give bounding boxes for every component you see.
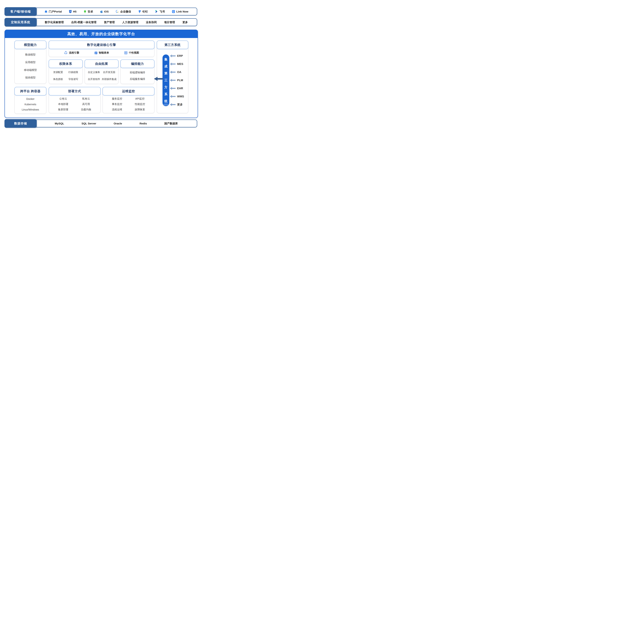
deployment-group: 部署方式 公有云 私有云 本地部署 高可用 集群部署 负载均衡 — [49, 87, 101, 113]
list-item: 前端逻辑编排 — [130, 71, 145, 74]
list-item: 资源配置 — [53, 71, 63, 74]
list-item: 角色授权 — [53, 78, 63, 81]
linknow-icon — [172, 10, 175, 13]
custom-apps-bar: 定制应用系统 数字化采购管理 合同-档案一体化管理 资产管理 人力资源管理 业务… — [5, 18, 197, 27]
feature-label: 智能表单 — [99, 51, 109, 54]
storage-item: MySQL — [55, 122, 64, 125]
left-arrow-icon — [170, 63, 176, 65]
list-item: 应用模型 — [25, 61, 36, 64]
feature-custom-view: 个性视图 — [124, 51, 139, 54]
cross-platform-title: 跨平台 跨容器 — [14, 87, 46, 95]
list-item: 数据模型 — [25, 53, 36, 56]
pill-char: 集 — [164, 57, 167, 61]
client-item-label: 企业微信 — [120, 10, 131, 13]
third-party-title: 第三方系统 — [157, 41, 188, 49]
feishu-icon — [155, 10, 158, 13]
core-engine-features: 流程引擎 智能表单 个性视图 — [49, 49, 154, 57]
list-item: 故障恢复 — [135, 108, 145, 111]
system-row: OA — [170, 70, 188, 74]
list-item: 事务监控 — [112, 102, 122, 106]
orchestration-group: 编排能力 前端逻辑编排 后端服务编排 — [120, 60, 154, 84]
ops-monitor-title: 运维监控 — [103, 87, 154, 95]
pill-char: 成 — [164, 64, 167, 68]
system-row: PLM — [170, 78, 188, 82]
pill-char: 三 — [164, 78, 167, 82]
list-item: API监控 — [135, 97, 145, 100]
android-icon — [83, 10, 87, 13]
list-item: 集群部署 — [58, 108, 68, 111]
system-label: 更多 — [177, 103, 183, 107]
extension-title: 自由拓展 — [85, 60, 119, 68]
home-icon — [44, 10, 48, 13]
list-item: 移动端模型 — [24, 68, 37, 72]
client-item-label: Link Now — [176, 10, 188, 13]
left-arrow-icon — [170, 79, 176, 82]
system-label: OA — [177, 70, 181, 74]
list-item: 本地部署 — [58, 102, 68, 106]
list-item: 公有云 — [59, 97, 67, 100]
third-party-body: 集 成 第 三 方 系 统 ERP MES OA — [157, 49, 188, 113]
permission-title: 权限体系 — [49, 60, 83, 68]
feature-workflow: 流程引擎 — [64, 51, 79, 55]
pill-char: 统 — [164, 99, 167, 103]
app-item: 业务协同 — [146, 20, 157, 24]
storage-items: MySQL SQL Server Oracle Redis 国产数据库 — [37, 120, 195, 127]
list-item: 自开发页面 — [103, 71, 115, 74]
client-item-portal: 门户Portal — [44, 10, 62, 13]
client-mobile-bar: 客户端/移动端 门户Portal 5 H5 安卓 iOS 企业微信 — [5, 7, 197, 16]
client-item-android: 安卓 — [83, 10, 93, 13]
platform-banner: 高效、易用、开放的企业级数字化平台 — [5, 30, 198, 38]
grid-view-icon — [124, 51, 128, 54]
list-item: 服务监控 — [112, 97, 122, 100]
app-item: 数字化采购管理 — [45, 20, 64, 24]
model-capability-items: 数据模型 应用模型 移动端模型 报表模型 — [15, 49, 46, 83]
feature-smart-form: 智能表单 — [94, 51, 109, 54]
platform-container: 高效、易用、开放的企业级数字化平台 模型能力 数据模型 应用模型 移动端模型 报… — [5, 30, 198, 118]
storage-item: Oracle — [114, 122, 122, 125]
system-row: WMS — [170, 95, 188, 98]
third-party-group: 第三方系统 集 成 第 三 方 系 统 — [157, 41, 188, 113]
ops-monitor-items: 服务监控 API监控 事务监控 性能监控 流程运维 故障恢复 — [103, 95, 154, 113]
list-item: Docker — [26, 98, 34, 100]
workflow-icon — [64, 51, 68, 55]
client-item-h5: 5 H5 — [69, 10, 77, 13]
pill-char: 系 — [164, 92, 167, 96]
right-column: 第三方系统 集 成 第 三 方 系 统 — [157, 41, 188, 114]
permission-items: 资源配置 行级权限 角色授权 字段读写 — [49, 68, 82, 84]
list-item: 流程运维 — [112, 108, 122, 111]
integration-arrow-icon — [154, 77, 163, 81]
client-item-label: 安卓 — [88, 10, 93, 13]
wecom-icon — [116, 10, 119, 13]
cross-platform-items: Docker Kubernets Linux/Windows — [15, 95, 46, 113]
dingtalk-icon — [138, 10, 141, 13]
client-item-ios: iOS — [100, 10, 109, 13]
system-label: ERP — [177, 54, 183, 58]
html5-icon: 5 — [69, 10, 72, 13]
left-arrow-icon — [170, 71, 176, 74]
list-item: 负载均衡 — [81, 108, 91, 111]
svg-text:5: 5 — [70, 11, 71, 12]
client-items: 门户Portal 5 H5 安卓 iOS 企业微信 钉钉 — [37, 8, 195, 15]
client-item-wecom: 企业微信 — [116, 10, 131, 13]
system-row: 更多 — [170, 103, 188, 107]
integration-pill: 集 成 第 三 方 系 统 — [163, 54, 169, 106]
custom-apps-label: 定制应用系统 — [5, 18, 37, 27]
permission-group: 权限体系 资源配置 行级权限 角色授权 字段读写 — [49, 60, 83, 84]
system-label: MES — [177, 62, 183, 66]
deployment-items: 公有云 私有云 本地部署 高可用 集群部署 负载均衡 — [49, 95, 100, 113]
list-item: 高可用 — [82, 102, 90, 106]
data-storage-bar: 数据存储 MySQL SQL Server Oracle Redis 国产数据库 — [5, 119, 197, 128]
model-capability-group: 模型能力 数据模型 应用模型 移动端模型 报表模型 — [14, 41, 46, 84]
storage-item: SQL Server — [82, 122, 96, 125]
system-label: WMS — [177, 95, 184, 98]
orchestration-title: 编排能力 — [120, 60, 154, 68]
storage-item: Redis — [139, 122, 147, 125]
apple-icon — [100, 10, 103, 13]
client-item-dingtalk: 钉钉 — [138, 10, 148, 13]
extension-group: 自由拓展 自定义服务 自开发页面 自开发组件 外部插件集成 — [85, 60, 119, 84]
left-arrow-icon — [170, 54, 176, 57]
deployment-title: 部署方式 — [49, 87, 101, 95]
system-row: MES — [170, 62, 188, 66]
cross-platform-group: 跨平台 跨容器 Docker Kubernets Linux/Windows — [14, 87, 46, 114]
extension-items: 自定义服务 自开发页面 自开发组件 外部插件集成 — [85, 68, 118, 84]
